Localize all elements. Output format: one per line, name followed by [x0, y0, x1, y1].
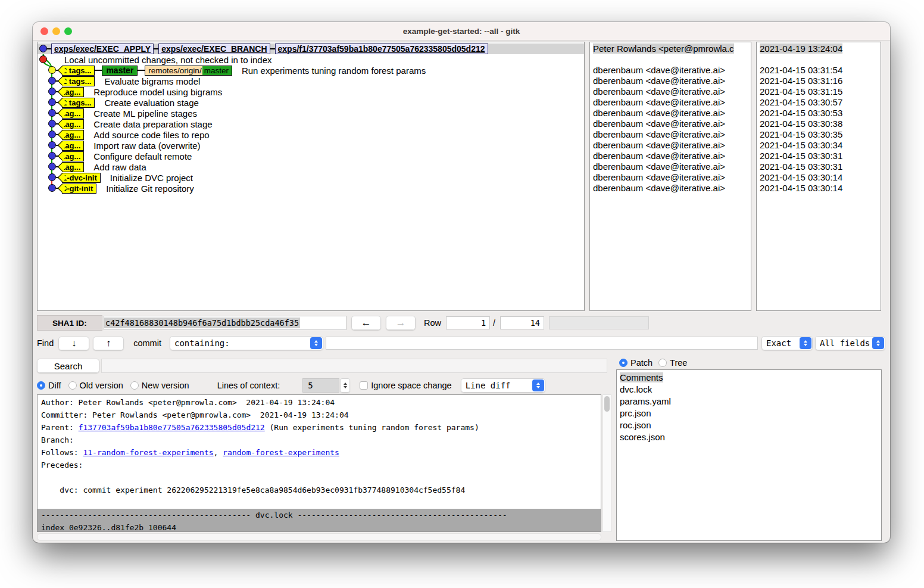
tag-label[interactable]: 1-dvc-init — [62, 173, 101, 183]
sha1-input[interactable]: c42f48168830148b946f6a75d1bdbb25cda46f35 — [104, 316, 346, 330]
tag-label[interactable]: tag... — [62, 141, 84, 151]
context-stepper[interactable] — [340, 378, 350, 393]
file-item[interactable]: scores.json — [617, 431, 881, 443]
context-lines-field[interactable]: 5 — [302, 378, 339, 393]
file-item[interactable]: Comments — [617, 372, 881, 384]
titlebar[interactable]: example-get-started: --all - gitk — [33, 22, 890, 41]
find-next-button[interactable]: ↓ — [58, 337, 89, 350]
commit-row[interactable]: 2 tags...Create evaluation stage — [38, 97, 584, 108]
stepper-up-icon[interactable] — [344, 382, 347, 385]
experiment-ref-label[interactable]: exps/f1/37703af59ba1b80e77505a762335805d… — [275, 43, 488, 54]
author-row[interactable]: dberenbaum <dave@iterative.ai> — [590, 76, 751, 86]
file-item[interactable]: roc.json — [617, 419, 881, 431]
author-row[interactable]: dberenbaum <dave@iterative.ai> — [590, 151, 751, 161]
commit-link[interactable]: random-forest-experiments — [223, 448, 339, 457]
tag-label[interactable]: tag... — [62, 108, 84, 119]
diff-pane[interactable]: Author: Peter Rowlands <peter@pmrowla.co… — [37, 394, 601, 532]
match-mode-dropdown[interactable]: Exact — [761, 336, 813, 350]
diff-horizontal-scrollbar[interactable] — [37, 533, 601, 541]
date-row[interactable] — [757, 54, 881, 65]
scrollbar-thumb[interactable] — [604, 396, 610, 412]
diff-mode-dropdown[interactable]: Line diff — [461, 378, 545, 393]
branch-head-label[interactable]: master — [102, 66, 138, 76]
date-row[interactable]: 2021-04-15 03:31:15 — [757, 86, 881, 97]
tag-label[interactable]: 0-git-init — [62, 183, 96, 194]
date-row[interactable]: 2021-04-15 03:30:53 — [757, 108, 881, 119]
author-row[interactable]: dberenbaum <dave@iterative.ai> — [590, 172, 751, 183]
new-version-radio[interactable] — [130, 381, 139, 390]
remote-branch-label[interactable]: remotes/origin/master — [145, 66, 232, 76]
commit-link[interactable]: f137703af59ba1b80e77505a762335805d05d212 — [79, 423, 265, 432]
author-row[interactable]: dberenbaum <dave@iterative.ai> — [590, 97, 751, 108]
tag-label[interactable]: tag... — [62, 87, 84, 97]
author-row[interactable]: dberenbaum <dave@iterative.ai> — [590, 108, 751, 119]
search-button[interactable]: Search — [37, 359, 99, 373]
author-row[interactable]: dberenbaum <dave@iterative.ai> — [590, 86, 751, 97]
commit-row[interactable]: tag...Create ML pipeline stages — [38, 108, 584, 119]
commit-row[interactable]: tag...Import raw data (overwrite) — [38, 140, 584, 151]
commit-row[interactable]: Local uncommitted changes, not checked i… — [38, 54, 584, 65]
commit-graph-pane[interactable]: exps/exec/EXEC_APPLYexps/exec/EXEC_BRANC… — [37, 42, 585, 311]
stepper-down-icon[interactable] — [344, 386, 347, 388]
forward-button[interactable]: → — [386, 316, 416, 330]
date-row[interactable]: 2021-04-15 03:30:34 — [757, 140, 881, 151]
date-pane[interactable]: 2021-04-19 13:24:042021-04-15 03:31:5420… — [756, 42, 881, 311]
file-item[interactable]: params.yaml — [617, 396, 881, 407]
date-row[interactable]: 2021-04-19 13:24:04 — [757, 43, 881, 54]
row-total-field[interactable]: 14 — [500, 316, 544, 329]
author-row[interactable]: dberenbaum <dave@iterative.ai> — [590, 119, 751, 129]
author-row[interactable]: dberenbaum <dave@iterative.ai> — [590, 65, 751, 76]
minimize-button[interactable] — [52, 27, 60, 35]
date-row[interactable]: 2021-04-15 03:30:31 — [757, 151, 881, 161]
date-row[interactable]: 2021-04-15 03:30:35 — [757, 129, 881, 140]
date-row[interactable]: 2021-04-15 03:30:14 — [757, 172, 881, 183]
find-search-input[interactable] — [326, 337, 758, 350]
close-button[interactable] — [40, 27, 48, 35]
tag-label[interactable]: tag... — [62, 130, 84, 140]
author-row[interactable]: dberenbaum <dave@iterative.ai> — [590, 129, 751, 140]
old-version-radio[interactable] — [68, 381, 77, 390]
zoom-button[interactable] — [64, 27, 72, 35]
author-pane[interactable]: Peter Rowlands <peter@pmrowla.cdberenbau… — [589, 42, 751, 311]
commit-row[interactable]: 1-dvc-initInitialize DVC project — [38, 172, 584, 183]
date-row[interactable]: 2021-04-15 03:30:57 — [757, 97, 881, 108]
tree-radio[interactable] — [658, 359, 667, 367]
diff-search-input[interactable] — [101, 359, 607, 373]
tag-label[interactable]: tag... — [62, 162, 84, 172]
commit-row[interactable]: 2 tags...masterremotes/origin/masterRun … — [38, 65, 584, 76]
tag-label[interactable]: 2 tags... — [62, 98, 95, 108]
date-row[interactable]: 2021-04-15 03:31:16 — [757, 76, 881, 86]
commit-link[interactable]: 11-random-forest-experiments — [83, 448, 213, 457]
commit-row[interactable]: 0-git-initInitialize Git repository — [38, 183, 584, 194]
author-row[interactable]: Peter Rowlands <peter@pmrowla.c — [590, 43, 751, 54]
date-row[interactable]: 2021-04-15 03:31:54 — [757, 65, 881, 76]
commit-row[interactable]: tag...Add raw data — [38, 161, 584, 172]
commit-row[interactable]: exps/exec/EXEC_APPLYexps/exec/EXEC_BRANC… — [38, 43, 584, 54]
date-row[interactable]: 2021-04-15 03:30:38 — [757, 119, 881, 129]
row-current-field[interactable]: 1 — [446, 316, 490, 329]
author-row[interactable]: dberenbaum <dave@iterative.ai> — [590, 183, 751, 194]
date-row[interactable]: 2021-04-15 03:30:14 — [757, 183, 881, 194]
commit-row[interactable]: tag...Configure default remote — [38, 151, 584, 161]
fields-dropdown[interactable]: All fields — [815, 336, 885, 350]
experiment-ref-label[interactable]: exps/exec/EXEC_APPLY — [51, 43, 154, 54]
tag-label[interactable]: tag... — [62, 119, 84, 129]
row-extra-field[interactable] — [549, 316, 649, 329]
diff-radio[interactable] — [37, 381, 45, 390]
tag-label[interactable]: 2 tags... — [62, 76, 95, 86]
find-prev-button[interactable]: ↑ — [93, 337, 124, 350]
author-row[interactable]: dberenbaum <dave@iterative.ai> — [590, 140, 751, 151]
ignore-space-checkbox[interactable] — [360, 381, 368, 390]
find-type-dropdown[interactable]: containing: — [170, 336, 323, 350]
commit-row[interactable]: tag...Add source code files to repo — [38, 129, 584, 140]
date-row[interactable]: 2021-04-15 03:30:31 — [757, 161, 881, 172]
commit-row[interactable]: 2 tags...Evaluate bigrams model — [38, 76, 584, 86]
diff-vertical-scrollbar[interactable] — [603, 394, 611, 532]
tag-label[interactable]: 2 tags... — [62, 66, 95, 76]
commit-row[interactable]: tag...Reproduce model using bigrams — [38, 86, 584, 97]
file-item[interactable]: prc.json — [617, 407, 881, 419]
back-button[interactable]: ← — [351, 316, 381, 330]
file-list-pane[interactable]: Commentsdvc.lockparams.yamlprc.jsonroc.j… — [616, 369, 882, 541]
file-item[interactable]: dvc.lock — [617, 384, 881, 396]
experiment-ref-label[interactable]: exps/exec/EXEC_BRANCH — [158, 43, 270, 54]
